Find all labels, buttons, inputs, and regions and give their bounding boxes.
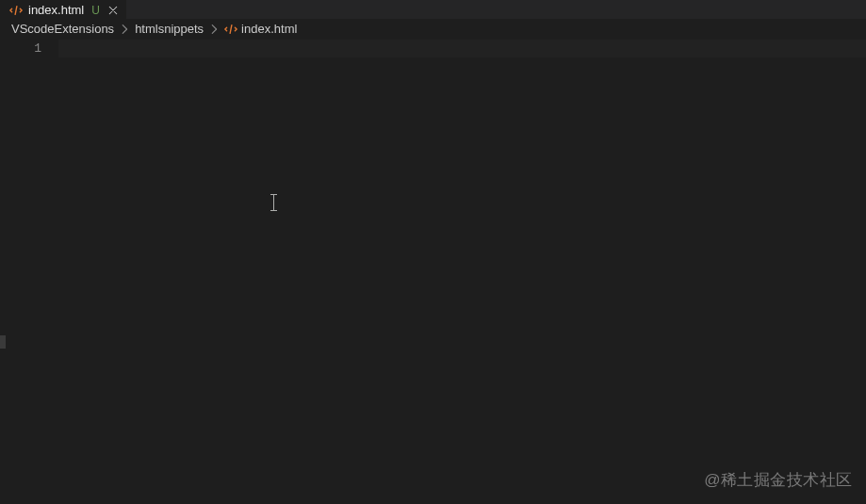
breadcrumb-label: VScodeExtensions bbox=[11, 22, 114, 36]
tab-status-indicator: U bbox=[91, 4, 100, 17]
breadcrumb-item-root[interactable]: VScodeExtensions bbox=[11, 22, 114, 36]
line-number: 1 bbox=[0, 40, 41, 57]
breadcrumb-label: index.html bbox=[241, 22, 297, 36]
current-line-highlight bbox=[58, 40, 866, 57]
breadcrumb-item-file[interactable]: index.html bbox=[224, 22, 297, 36]
editor-area: 1 bbox=[0, 40, 866, 504]
tab-index-html[interactable]: index.html U bbox=[0, 0, 126, 19]
tab-label: index.html bbox=[28, 3, 84, 17]
breadcrumb-item-folder[interactable]: htmlsnippets bbox=[135, 22, 204, 36]
close-icon[interactable] bbox=[106, 3, 121, 18]
html-file-icon bbox=[9, 4, 23, 17]
html-file-icon bbox=[224, 23, 237, 36]
code-editor[interactable] bbox=[58, 40, 866, 504]
text-cursor-icon bbox=[273, 194, 274, 211]
chevron-right-icon bbox=[207, 23, 221, 36]
tab-bar: index.html U bbox=[0, 0, 866, 19]
breadcrumb-label: htmlsnippets bbox=[135, 22, 204, 36]
chevron-right-icon bbox=[118, 23, 131, 36]
breadcrumb: VScodeExtensions htmlsnippets index.html bbox=[0, 19, 866, 40]
overview-ruler-marker bbox=[0, 335, 6, 349]
line-number-gutter: 1 bbox=[0, 40, 58, 504]
